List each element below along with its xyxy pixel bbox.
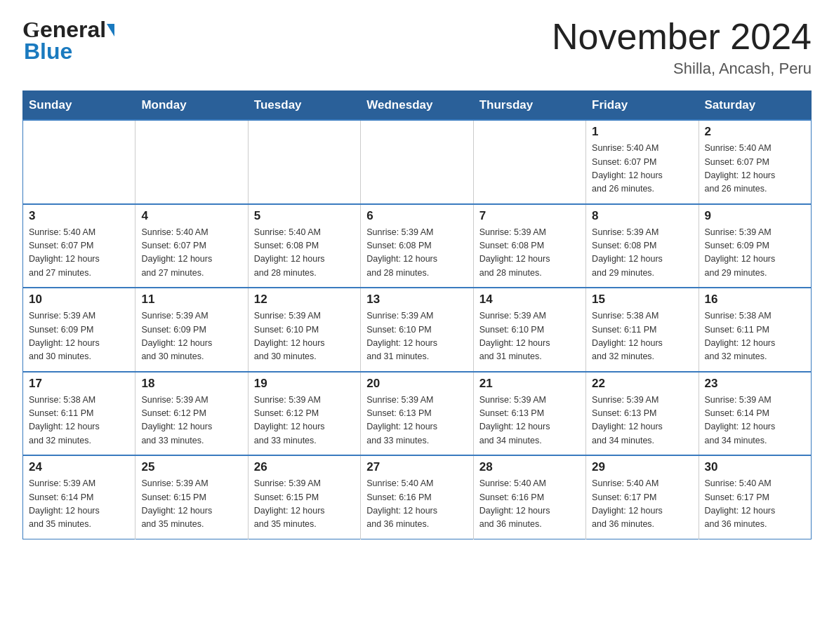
day-info: Sunrise: 5:40 AMSunset: 6:08 PMDaylight:… <box>254 226 355 281</box>
day-info: Sunrise: 5:38 AMSunset: 6:11 PMDaylight:… <box>705 309 805 364</box>
day-info: Sunrise: 5:40 AMSunset: 6:17 PMDaylight:… <box>592 477 692 532</box>
calendar-cell: 3Sunrise: 5:40 AMSunset: 6:07 PMDaylight… <box>23 204 135 288</box>
calendar-cell: 16Sunrise: 5:38 AMSunset: 6:11 PMDayligh… <box>699 288 811 372</box>
day-number: 1 <box>592 125 692 139</box>
calendar-cell: 30Sunrise: 5:40 AMSunset: 6:17 PMDayligh… <box>699 455 811 539</box>
day-info: Sunrise: 5:40 AMSunset: 6:16 PMDaylight:… <box>479 477 580 532</box>
calendar-cell: 7Sunrise: 5:39 AMSunset: 6:08 PMDaylight… <box>473 204 585 288</box>
day-number: 15 <box>592 293 692 307</box>
day-number: 11 <box>141 293 241 307</box>
calendar-cell: 11Sunrise: 5:39 AMSunset: 6:09 PMDayligh… <box>135 288 248 372</box>
day-info: Sunrise: 5:38 AMSunset: 6:11 PMDaylight:… <box>29 394 129 448</box>
weekday-header-monday: Monday <box>135 91 248 121</box>
day-number: 6 <box>366 209 467 223</box>
calendar-cell: 12Sunrise: 5:39 AMSunset: 6:10 PMDayligh… <box>248 288 360 372</box>
day-info: Sunrise: 5:39 AMSunset: 6:15 PMDaylight:… <box>141 477 241 532</box>
day-info: Sunrise: 5:39 AMSunset: 6:12 PMDaylight:… <box>254 394 355 448</box>
day-info: Sunrise: 5:40 AMSunset: 6:07 PMDaylight:… <box>592 142 692 196</box>
calendar-cell: 22Sunrise: 5:39 AMSunset: 6:13 PMDayligh… <box>586 372 699 456</box>
weekday-header-tuesday: Tuesday <box>248 91 360 121</box>
logo-arrow-icon <box>107 24 114 36</box>
day-info: Sunrise: 5:39 AMSunset: 6:09 PMDaylight:… <box>141 309 241 364</box>
day-number: 12 <box>254 293 355 307</box>
calendar-cell: 28Sunrise: 5:40 AMSunset: 6:16 PMDayligh… <box>473 455 585 539</box>
calendar-cell: 25Sunrise: 5:39 AMSunset: 6:15 PMDayligh… <box>135 455 248 539</box>
day-info: Sunrise: 5:39 AMSunset: 6:14 PMDaylight:… <box>29 477 129 532</box>
day-info: Sunrise: 5:40 AMSunset: 6:07 PMDaylight:… <box>705 142 805 196</box>
day-number: 27 <box>366 460 467 474</box>
day-number: 10 <box>29 293 129 307</box>
day-info: Sunrise: 5:39 AMSunset: 6:10 PMDaylight:… <box>254 309 355 364</box>
calendar-cell: 24Sunrise: 5:39 AMSunset: 6:14 PMDayligh… <box>23 455 135 539</box>
day-number: 24 <box>29 460 129 474</box>
day-info: Sunrise: 5:39 AMSunset: 6:09 PMDaylight:… <box>705 226 805 281</box>
day-number: 9 <box>705 209 805 223</box>
calendar-week-2: 3Sunrise: 5:40 AMSunset: 6:07 PMDaylight… <box>23 204 812 288</box>
day-info: Sunrise: 5:39 AMSunset: 6:09 PMDaylight:… <box>29 309 129 364</box>
calendar-cell: 15Sunrise: 5:38 AMSunset: 6:11 PMDayligh… <box>586 288 699 372</box>
calendar-cell: 18Sunrise: 5:39 AMSunset: 6:12 PMDayligh… <box>135 372 248 456</box>
day-number: 16 <box>705 293 805 307</box>
weekday-header-friday: Friday <box>586 91 699 121</box>
day-info: Sunrise: 5:39 AMSunset: 6:14 PMDaylight:… <box>705 394 805 448</box>
day-number: 23 <box>705 377 805 391</box>
day-number: 4 <box>141 209 241 223</box>
day-number: 20 <box>366 377 467 391</box>
calendar-cell: 8Sunrise: 5:39 AMSunset: 6:08 PMDaylight… <box>586 204 699 288</box>
calendar-cell: 23Sunrise: 5:39 AMSunset: 6:14 PMDayligh… <box>699 372 811 456</box>
calendar-cell <box>473 120 585 204</box>
day-info: Sunrise: 5:39 AMSunset: 6:08 PMDaylight:… <box>366 226 467 281</box>
calendar-cell: 13Sunrise: 5:39 AMSunset: 6:10 PMDayligh… <box>361 288 473 372</box>
day-info: Sunrise: 5:40 AMSunset: 6:17 PMDaylight:… <box>705 477 805 532</box>
calendar-cell <box>248 120 360 204</box>
day-number: 5 <box>254 209 355 223</box>
calendar-cell: 4Sunrise: 5:40 AMSunset: 6:07 PMDaylight… <box>135 204 248 288</box>
calendar-cell: 6Sunrise: 5:39 AMSunset: 6:08 PMDaylight… <box>361 204 473 288</box>
day-info: Sunrise: 5:39 AMSunset: 6:13 PMDaylight:… <box>479 394 580 448</box>
day-info: Sunrise: 5:39 AMSunset: 6:13 PMDaylight:… <box>592 394 692 448</box>
calendar-cell: 1Sunrise: 5:40 AMSunset: 6:07 PMDaylight… <box>586 120 699 204</box>
day-number: 14 <box>479 293 580 307</box>
weekday-header-sunday: Sunday <box>23 91 135 121</box>
logo-blue: Blue <box>22 39 72 65</box>
weekday-header-saturday: Saturday <box>699 91 811 121</box>
day-info: Sunrise: 5:40 AMSunset: 6:16 PMDaylight:… <box>366 477 467 532</box>
calendar-cell <box>361 120 473 204</box>
calendar-cell <box>23 120 135 204</box>
calendar-cell: 27Sunrise: 5:40 AMSunset: 6:16 PMDayligh… <box>361 455 473 539</box>
calendar-cell: 20Sunrise: 5:39 AMSunset: 6:13 PMDayligh… <box>361 372 473 456</box>
day-number: 30 <box>705 460 805 474</box>
calendar-cell <box>135 120 248 204</box>
day-number: 25 <box>141 460 241 474</box>
calendar-cell: 9Sunrise: 5:39 AMSunset: 6:09 PMDaylight… <box>699 204 811 288</box>
day-info: Sunrise: 5:39 AMSunset: 6:12 PMDaylight:… <box>141 394 241 448</box>
day-info: Sunrise: 5:39 AMSunset: 6:08 PMDaylight:… <box>479 226 580 281</box>
day-number: 7 <box>479 209 580 223</box>
day-number: 19 <box>254 377 355 391</box>
day-info: Sunrise: 5:39 AMSunset: 6:10 PMDaylight:… <box>366 309 467 364</box>
calendar-cell: 17Sunrise: 5:38 AMSunset: 6:11 PMDayligh… <box>23 372 135 456</box>
weekday-header-thursday: Thursday <box>473 91 585 121</box>
calendar-cell: 14Sunrise: 5:39 AMSunset: 6:10 PMDayligh… <box>473 288 585 372</box>
calendar-cell: 19Sunrise: 5:39 AMSunset: 6:12 PMDayligh… <box>248 372 360 456</box>
calendar-cell: 10Sunrise: 5:39 AMSunset: 6:09 PMDayligh… <box>23 288 135 372</box>
subtitle: Shilla, Ancash, Peru <box>552 60 812 78</box>
calendar-table: SundayMondayTuesdayWednesdayThursdayFrid… <box>22 90 812 539</box>
page-header: G eneral Blue November 2024 Shilla, Anca… <box>22 17 812 78</box>
calendar-cell: 29Sunrise: 5:40 AMSunset: 6:17 PMDayligh… <box>586 455 699 539</box>
day-info: Sunrise: 5:39 AMSunset: 6:08 PMDaylight:… <box>592 226 692 281</box>
weekday-header-wednesday: Wednesday <box>361 91 473 121</box>
day-number: 17 <box>29 377 129 391</box>
calendar-cell: 21Sunrise: 5:39 AMSunset: 6:13 PMDayligh… <box>473 372 585 456</box>
calendar-cell: 2Sunrise: 5:40 AMSunset: 6:07 PMDaylight… <box>699 120 811 204</box>
day-number: 28 <box>479 460 580 474</box>
day-number: 2 <box>705 125 805 139</box>
calendar-cell: 26Sunrise: 5:39 AMSunset: 6:15 PMDayligh… <box>248 455 360 539</box>
main-title: November 2024 <box>552 17 812 57</box>
day-number: 8 <box>592 209 692 223</box>
day-info: Sunrise: 5:39 AMSunset: 6:13 PMDaylight:… <box>366 394 467 448</box>
day-info: Sunrise: 5:38 AMSunset: 6:11 PMDaylight:… <box>592 309 692 364</box>
logo: G eneral Blue <box>22 17 114 65</box>
day-number: 29 <box>592 460 692 474</box>
day-info: Sunrise: 5:39 AMSunset: 6:10 PMDaylight:… <box>479 309 580 364</box>
